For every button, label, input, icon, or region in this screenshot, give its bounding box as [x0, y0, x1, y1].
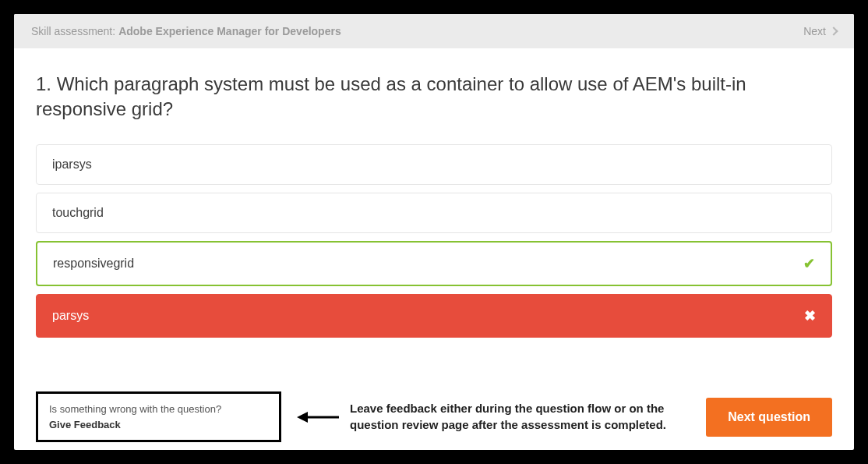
- option-label: responsivegrid: [53, 257, 134, 271]
- annotation-text: Leave feedback either during the questio…: [350, 401, 690, 433]
- topbar: Skill assessment: Adobe Experience Manag…: [14, 14, 854, 48]
- next-link[interactable]: Next: [803, 25, 837, 37]
- assessment-window: Skill assessment: Adobe Experience Manag…: [14, 14, 854, 450]
- chevron-right-icon: [829, 27, 838, 35]
- question-number: 1.: [36, 73, 51, 94]
- check-icon: ✔: [803, 255, 815, 272]
- option-4-incorrect[interactable]: parsys ✖: [36, 294, 832, 338]
- option-label: iparsys: [52, 158, 92, 172]
- annotation: Leave feedback either during the questio…: [297, 401, 690, 433]
- question-body: Which paragraph system must be used as a…: [36, 73, 746, 119]
- arrow-left-icon: [297, 409, 340, 425]
- option-label: parsys: [52, 309, 89, 323]
- next-link-label: Next: [803, 25, 826, 37]
- topbar-prefix: Skill assessment:: [31, 25, 115, 37]
- give-feedback-link[interactable]: Give Feedback: [49, 417, 268, 433]
- svg-marker-1: [297, 412, 308, 423]
- topbar-title: Adobe Experience Manager for Developers: [118, 25, 341, 37]
- next-question-button[interactable]: Next question: [706, 398, 832, 437]
- option-2[interactable]: touchgrid: [36, 193, 832, 233]
- feedback-box: Is something wrong with the question? Gi…: [36, 391, 281, 442]
- options-list: iparsys touchgrid responsivegrid ✔ parsy…: [36, 144, 832, 338]
- question-text: 1. Which paragraph system must be used a…: [36, 72, 832, 122]
- feedback-prompt: Is something wrong with the question?: [49, 402, 268, 417]
- option-1[interactable]: iparsys: [36, 144, 832, 185]
- option-label: touchgrid: [52, 206, 104, 220]
- topbar-title-group: Skill assessment: Adobe Experience Manag…: [31, 25, 341, 37]
- content-area: 1. Which paragraph system must be used a…: [14, 48, 854, 377]
- option-3-correct[interactable]: responsivegrid ✔: [36, 241, 832, 286]
- footer: Is something wrong with the question? Gi…: [14, 377, 854, 450]
- close-icon: ✖: [804, 307, 816, 324]
